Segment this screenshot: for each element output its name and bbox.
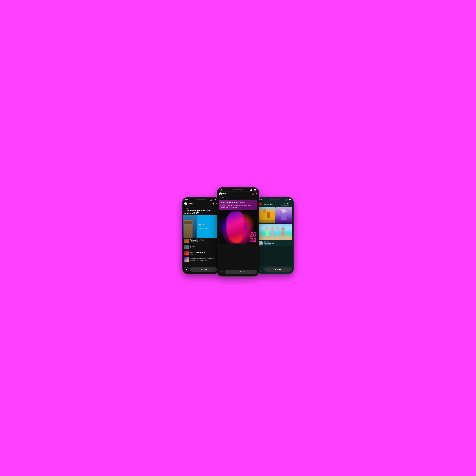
right-header-icons: ⋮ 🔇 ✕	[284, 202, 292, 205]
right-share-icon: ➤	[275, 269, 276, 270]
center-album-title: Your 2023 album cover	[221, 201, 255, 204]
right-song-info-bar: Sep-Dec Talk Too Much Reneé Rapp	[257, 240, 293, 246]
center-wifi-icon: ▲	[252, 189, 253, 191]
left-phone-screen: 9:41 ▲	[183, 198, 219, 274]
right-ytmusic-text: YouTube Music	[263, 203, 274, 205]
left-featured-track: Kill Bill SZA 1,200 total listens	[183, 215, 219, 238]
track-item-1: Welcome to My Island Caroline Polachek	[183, 238, 219, 244]
svg-point-7	[286, 211, 288, 212]
svg-rect-5	[281, 213, 286, 220]
right-recap-link[interactable]: yt.be/music/Recap	[281, 205, 292, 206]
right-app-header: YouTube Music ⋮ 🔇 ✕ yt.be/music/Recap	[257, 201, 293, 207]
track-thumb-3	[184, 251, 189, 255]
track-artist-2: Gunna	[190, 247, 217, 249]
right-download-button[interactable]: ⬇	[259, 267, 263, 272]
right-wifi-icon: ▲	[287, 199, 288, 201]
left-header-icons: ⋮ 🔇 ✕	[209, 203, 217, 205]
center-share-button[interactable]: ➤ Share	[225, 270, 257, 274]
left-tracks-title: These were your top five tracks of 2023	[184, 209, 217, 215]
track-artist-4: KAROL G, Cris Mj & Ryan Castro	[190, 260, 217, 261]
svg-point-15	[281, 227, 285, 231]
left-share-label: Share	[202, 268, 207, 270]
right-share-button[interactable]: ➤ Share	[264, 267, 292, 272]
center-dancer-figure	[227, 211, 244, 243]
left-more-icon[interactable]: ⋮	[209, 203, 211, 205]
left-battery-icon	[214, 199, 217, 200]
track-info-1: Welcome to My Island Caroline Polachek	[190, 239, 217, 242]
right-bottom-bar: ⬇ ➤ Share	[257, 266, 293, 274]
center-close-icon[interactable]: ✕	[255, 193, 257, 195]
svg-rect-10	[265, 230, 269, 236]
left-featured-track-name: Kill Bill	[199, 224, 218, 226]
center-album-artwork: 2023	[219, 210, 257, 244]
left-logo: Music	[184, 202, 193, 205]
left-track-list: Welcome to My Island Caroline Polachek r…	[183, 238, 219, 262]
center-logo: Music	[219, 192, 227, 195]
left-phone: 9:41 ▲	[182, 197, 219, 274]
svg-point-8	[279, 214, 280, 215]
right-logo-icon	[259, 203, 262, 205]
center-status-icons: ▲	[250, 189, 256, 191]
track-thumb-4	[184, 257, 189, 262]
track-artist-3: Mitski	[190, 254, 217, 255]
left-signal-bars	[210, 199, 212, 201]
center-share-icon: ➤	[238, 271, 239, 273]
center-bottom-area: ⬇ ➤ Share	[217, 274, 259, 276]
left-app-header: Music ⋮ 🔇 ✕	[183, 201, 219, 206]
center-mute-icon[interactable]: 🔇	[252, 193, 254, 195]
right-status-icons: ▲	[285, 199, 291, 201]
left-music-text: Music	[188, 203, 193, 205]
right-close-icon[interactable]: ✕	[290, 202, 292, 205]
right-song-title: Talk Too Much	[264, 242, 292, 244]
right-photo-2	[275, 207, 292, 223]
center-app-header: Music ⋮ 🔇 ✕	[217, 191, 259, 196]
right-phone-notch	[270, 199, 280, 200]
right-song-details: Sep-Dec Talk Too Much Reneé Rapp	[264, 241, 292, 245]
track-name-4: UNA NOCHE EN MEDELLÍN (REMIX)	[190, 258, 217, 259]
right-more-icon[interactable]: ⋮	[284, 203, 285, 204]
right-phone-screen: 9:41 ▲	[257, 198, 293, 274]
left-featured-track-listens: 1,200 total listens	[199, 228, 218, 229]
left-download-button[interactable]: ⬇	[184, 267, 189, 272]
right-mute-icon[interactable]: 🔇	[287, 203, 289, 204]
left-tracks-label: Tracks	[184, 207, 217, 209]
center-download-button[interactable]: ⬇	[219, 270, 224, 274]
left-phone-notch	[196, 199, 206, 200]
left-bottom-bar: ⬇ ➤ Share	[183, 266, 219, 274]
left-status-icons: ▲	[210, 199, 217, 201]
left-mute-icon[interactable]: 🔇	[212, 203, 214, 205]
right-status-time: 9:41	[259, 199, 262, 201]
right-share-label: Share	[277, 268, 281, 270]
svg-rect-14	[276, 230, 279, 235]
svg-rect-1	[263, 213, 266, 220]
svg-point-11	[271, 227, 274, 231]
track-name-2: rodeo dr	[190, 245, 217, 247]
center-share-label: Share	[240, 271, 244, 273]
right-song-artist: Reneé Rapp	[264, 244, 292, 245]
svg-point-9	[265, 226, 269, 230]
track-info-4: UNA NOCHE EN MEDELLÍN (REMIX) KAROL G, C…	[190, 258, 217, 261]
track-name-1: Welcome to My Island	[190, 239, 217, 241]
left-status-time: 9:41	[185, 199, 188, 201]
right-phone: 9:41 ▲	[257, 197, 294, 274]
svg-point-0	[263, 209, 266, 213]
center-signal-bars	[250, 189, 252, 191]
right-signal-bars	[285, 199, 286, 201]
right-photo-grid	[258, 207, 292, 240]
left-share-button[interactable]: ➤ Share	[190, 267, 217, 272]
center-phone-notch	[233, 189, 243, 190]
svg-rect-3	[267, 212, 270, 218]
center-album-desc: Created just for you, it's a tribute to …	[221, 205, 255, 209]
right-song-period: Sep-Dec	[264, 241, 292, 242]
right-photo-1	[258, 207, 275, 223]
right-photo-3	[258, 224, 292, 240]
left-logo-icon	[184, 202, 187, 205]
center-phone-screen: 9:41 ▲	[217, 188, 259, 276]
center-header-icons: ⋮ 🔇 ✕	[249, 193, 257, 195]
track-thumb-2	[184, 245, 189, 249]
track-item-3: My Love Mine All Mine Mitski	[183, 250, 219, 256]
left-wifi-icon: ▲	[212, 199, 214, 201]
center-section-label: Your Album Cover	[217, 196, 259, 200]
center-more-icon[interactable]: ⋮	[249, 193, 251, 195]
left-featured-track-overlay: Kill Bill SZA 1,200 total listens	[197, 215, 219, 238]
